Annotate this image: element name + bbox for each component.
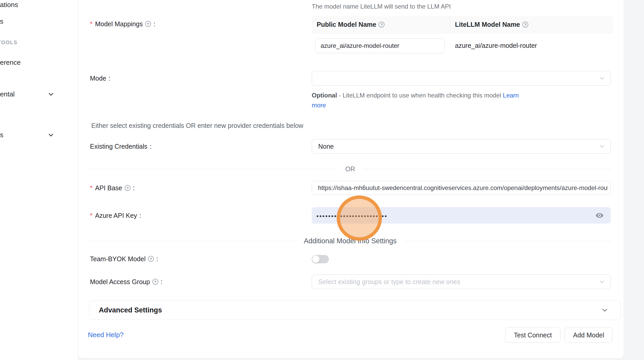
help-icon[interactable]: ? xyxy=(148,256,154,262)
model-name-help-text: The model name LiteLLM will send to the … xyxy=(312,3,451,10)
sidebar-item-api-reference[interactable]: erence xyxy=(0,58,21,67)
add-model-button[interactable]: Add Model xyxy=(565,328,613,343)
required-asterisk: * xyxy=(90,184,93,192)
masked-api-key-value: •••••••••••••••••••••••• xyxy=(316,212,388,219)
azure-api-key-label: * Azure API Key : xyxy=(90,212,141,219)
or-divider: OR xyxy=(90,164,611,174)
add-model-form-card: The model name LiteLLM will send to the … xyxy=(78,0,624,358)
help-icon[interactable]: ? xyxy=(152,279,158,285)
chevron-down-icon xyxy=(599,143,605,150)
model-access-group-label: Model Access Group ? : xyxy=(90,278,162,286)
sidebar: ations s TOOLS erence ental s xyxy=(0,0,78,360)
mode-help-text: Optional - LiteLLM endpoint to use when … xyxy=(312,90,526,110)
chevron-down-icon xyxy=(601,306,608,314)
api-base-label: * API Base ? : xyxy=(90,184,135,192)
additional-settings-divider-text: Additional Model Info Settings xyxy=(304,237,396,245)
chevron-down-icon xyxy=(599,278,605,285)
azure-api-key-input[interactable]: •••••••••••••••••••••••• xyxy=(312,207,611,224)
add-model-page: ations s TOOLS erence ental s The model … xyxy=(0,0,644,360)
sidebar-section-label: TOOLS xyxy=(0,40,17,45)
eye-icon[interactable] xyxy=(595,211,604,220)
model-mappings-table: Public Model Name ? LiteLLM Model Name ?… xyxy=(312,16,613,58)
mode-label: Mode : xyxy=(90,75,110,82)
required-asterisk: * xyxy=(90,212,93,219)
test-connect-button[interactable]: Test Connect xyxy=(505,328,561,343)
sidebar-item-label: ations xyxy=(0,1,18,9)
public-model-name-input[interactable] xyxy=(315,38,445,53)
sidebar-item-settings[interactable]: s xyxy=(0,131,3,139)
column-header-public-model-name: Public Model Name ? xyxy=(312,21,450,28)
toggle-knob xyxy=(312,256,320,263)
column-header-litellm-model-name: LiteLLM Model Name ? xyxy=(450,16,613,33)
sidebar-section-tools: TOOLS xyxy=(0,40,17,45)
mode-select[interactable] xyxy=(312,71,611,86)
team-byok-label: Team-BYOK Model ? : xyxy=(90,255,158,263)
help-icon[interactable]: ? xyxy=(145,21,151,27)
api-base-input[interactable] xyxy=(312,181,611,195)
help-icon[interactable]: ? xyxy=(379,22,385,28)
chevron-down-icon xyxy=(599,75,605,82)
sidebar-item-label: s xyxy=(0,17,3,25)
additional-settings-divider: Additional Model Info Settings xyxy=(90,236,611,246)
existing-credentials-select[interactable]: None xyxy=(312,139,611,154)
model-mappings-label: * Model Mappings ? : xyxy=(90,20,155,28)
required-asterisk: * xyxy=(90,20,93,28)
chevron-down-icon xyxy=(48,91,54,97)
table-row: azure_ai/azure-model-router xyxy=(312,33,613,58)
model-access-group-select[interactable]: Select existing groups or type to create… xyxy=(312,274,611,289)
advanced-settings-title: Advanced Settings xyxy=(99,306,601,314)
need-help-link[interactable]: Need Help? xyxy=(88,331,123,339)
litellm-model-name-value: azure_ai/azure-model-router xyxy=(450,42,613,49)
existing-credentials-label: Existing Credentials : xyxy=(90,143,152,150)
sidebar-item-experimental[interactable]: ental xyxy=(0,90,15,98)
chevron-down-icon xyxy=(48,132,54,138)
help-icon[interactable]: ? xyxy=(522,22,528,28)
team-byok-toggle[interactable] xyxy=(312,255,329,263)
sidebar-item-label: ental xyxy=(0,90,15,98)
model-mappings-table-header: Public Model Name ? LiteLLM Model Name ? xyxy=(312,16,613,33)
sidebar-item-label: s xyxy=(0,131,3,139)
or-divider-text: OR xyxy=(345,165,355,173)
help-icon[interactable]: ? xyxy=(125,185,131,191)
advanced-settings-toggle[interactable]: Advanced Settings xyxy=(89,300,621,320)
credentials-note: Either select existing credentials OR en… xyxy=(91,122,303,129)
sidebar-item-organizations[interactable]: ations xyxy=(0,1,18,9)
sidebar-item-label: erence xyxy=(0,58,21,67)
sidebar-item[interactable]: s xyxy=(0,17,3,25)
select-placeholder: Select existing groups or type to create… xyxy=(318,278,460,286)
